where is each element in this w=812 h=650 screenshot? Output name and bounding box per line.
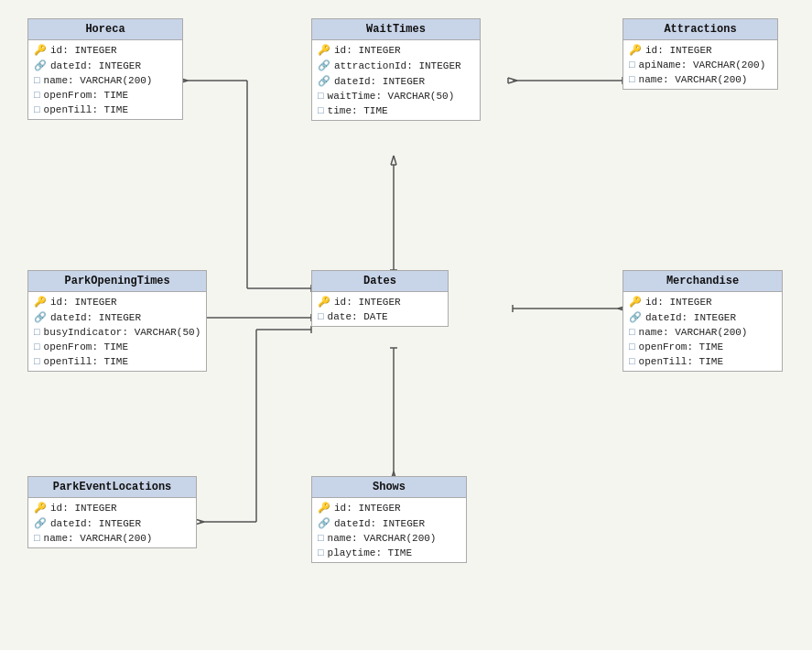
field-pot-id-text: id: INTEGER [50, 297, 117, 308]
field-pel-name: □ name: VARCHAR(200) [28, 531, 196, 546]
table-dates-body: 🔑 id: INTEGER □ date: DATE [312, 292, 448, 326]
field-pot-opentill-text: openTill: TIME [44, 356, 128, 367]
field-pot-dateid-text: dateId: INTEGER [50, 312, 141, 323]
field-merch-opentill-text: openTill: TIME [639, 356, 723, 367]
table-shows-header: Shows [312, 477, 466, 498]
table-waittimes-header: WaitTimes [312, 19, 480, 40]
key-icon: 🔑 [318, 44, 330, 56]
field-merch-openfrom-text: openFrom: TIME [639, 341, 723, 352]
col-icon: □ [34, 356, 40, 367]
table-attractions: Attractions 🔑 id: INTEGER □ apiName: VAR… [623, 18, 778, 90]
field-wt-id-text: id: INTEGER [334, 45, 401, 56]
field-pel-dateid: 🔗 dateId: INTEGER [28, 515, 196, 531]
col-icon: □ [318, 547, 324, 558]
field-horeca-dateid: 🔗 dateId: INTEGER [28, 58, 182, 73]
fk-icon: 🔗 [34, 517, 47, 529]
field-horeca-opentill: □ openTill: TIME [28, 103, 182, 117]
field-dates-id: 🔑 id: INTEGER [312, 294, 448, 309]
svg-line-13 [508, 78, 517, 81]
field-horeca-id-text: id: INTEGER [50, 45, 117, 56]
field-horeca-id: 🔑 id: INTEGER [28, 42, 182, 58]
key-icon: 🔑 [629, 44, 642, 56]
col-icon: □ [34, 327, 40, 338]
field-wt-time: □ time: TIME [312, 103, 480, 118]
key-icon: 🔑 [318, 502, 330, 514]
diagram-canvas: Horeca 🔑 id: INTEGER 🔗 dateId: INTEGER □… [0, 0, 812, 650]
col-icon: □ [318, 105, 324, 116]
field-wt-attractionid: 🔗 attractionId: INTEGER [312, 58, 480, 73]
fk-icon: 🔗 [629, 311, 642, 323]
field-horeca-dateid-text: dateId: INTEGER [50, 60, 141, 71]
field-pel-name-text: name: VARCHAR(200) [44, 533, 153, 544]
col-icon: □ [629, 341, 635, 352]
field-merch-name-text: name: VARCHAR(200) [639, 327, 748, 338]
table-shows: Shows 🔑 id: INTEGER 🔗 dateId: INTEGER □ … [311, 476, 467, 563]
field-wt-time-text: time: TIME [328, 105, 388, 116]
table-horeca-body: 🔑 id: INTEGER 🔗 dateId: INTEGER □ name: … [28, 40, 182, 119]
field-horeca-name: □ name: VARCHAR(200) [28, 73, 182, 88]
table-shows-body: 🔑 id: INTEGER 🔗 dateId: INTEGER □ name: … [312, 498, 466, 562]
field-merch-id: 🔑 id: INTEGER [623, 294, 782, 309]
table-merch-body: 🔑 id: INTEGER 🔗 dateId: INTEGER □ name: … [623, 292, 782, 371]
col-icon: □ [34, 90, 40, 101]
field-shows-dateid: 🔗 dateId: INTEGER [312, 515, 466, 531]
table-pot-header: ParkOpeningTimes [28, 271, 206, 292]
key-icon: 🔑 [629, 296, 642, 308]
table-waittimes: WaitTimes 🔑 id: INTEGER 🔗 attractionId: … [311, 18, 481, 121]
field-dates-id-text: id: INTEGER [334, 297, 401, 308]
field-dates-date: □ date: DATE [312, 309, 448, 324]
col-icon: □ [629, 356, 635, 367]
table-waittimes-body: 🔑 id: INTEGER 🔗 attractionId: INTEGER 🔗 … [312, 40, 480, 120]
table-attractions-header: Attractions [623, 19, 777, 40]
fk-icon: 🔗 [318, 75, 330, 87]
field-shows-name: □ name: VARCHAR(200) [312, 531, 466, 546]
fk-icon: 🔗 [318, 517, 330, 529]
key-icon: 🔑 [34, 44, 47, 56]
table-attractions-body: 🔑 id: INTEGER □ apiName: VARCHAR(200) □ … [623, 40, 777, 89]
field-shows-id-text: id: INTEGER [334, 503, 401, 514]
fk-icon: 🔗 [318, 60, 330, 71]
field-shows-playtime-text: playtime: TIME [328, 547, 412, 558]
col-icon: □ [318, 533, 324, 544]
col-icon: □ [34, 104, 40, 115]
col-icon: □ [34, 341, 40, 352]
table-pel-body: 🔑 id: INTEGER 🔗 dateId: INTEGER □ name: … [28, 498, 196, 547]
field-wt-waittime-text: waitTime: VARCHAR(50) [328, 91, 455, 102]
field-pot-openfrom-text: openFrom: TIME [44, 341, 128, 352]
field-attr-id-text: id: INTEGER [645, 45, 712, 56]
field-attr-apiname: □ apiName: VARCHAR(200) [623, 58, 777, 72]
field-pot-busyindicator: □ busyIndicator: VARCHAR(50) [28, 325, 206, 340]
field-dates-date-text: date: DATE [328, 311, 388, 322]
field-merch-id-text: id: INTEGER [645, 297, 712, 308]
table-dates-header: Dates [312, 271, 448, 292]
col-icon: □ [629, 327, 635, 338]
field-attr-id: 🔑 id: INTEGER [623, 42, 777, 58]
svg-line-14 [508, 81, 517, 83]
field-wt-dateid-text: dateId: INTEGER [334, 76, 425, 87]
table-merchandise: Merchandise 🔑 id: INTEGER 🔗 dateId: INTE… [623, 270, 783, 372]
col-icon: □ [318, 91, 324, 102]
fk-icon: 🔗 [34, 60, 47, 71]
field-wt-id: 🔑 id: INTEGER [312, 42, 480, 58]
col-icon: □ [318, 311, 324, 322]
field-merch-opentill: □ openTill: TIME [623, 354, 782, 369]
field-horeca-openfrom-text: openFrom: TIME [44, 90, 128, 101]
table-merch-header: Merchandise [623, 271, 782, 292]
field-horeca-openfrom: □ openFrom: TIME [28, 88, 182, 103]
field-pel-id: 🔑 id: INTEGER [28, 500, 196, 515]
field-pel-id-text: id: INTEGER [50, 503, 117, 514]
svg-line-9 [394, 156, 396, 165]
field-merch-dateid: 🔗 dateId: INTEGER [623, 309, 782, 325]
svg-line-8 [391, 156, 394, 165]
field-merch-openfrom: □ openFrom: TIME [623, 340, 782, 354]
field-wt-waittime: □ waitTime: VARCHAR(50) [312, 89, 480, 103]
table-horeca-header: Horeca [28, 19, 182, 40]
table-horeca: Horeca 🔑 id: INTEGER 🔗 dateId: INTEGER □… [27, 18, 183, 120]
field-merch-dateid-text: dateId: INTEGER [645, 312, 736, 323]
field-shows-dateid-text: dateId: INTEGER [334, 518, 425, 529]
col-icon: □ [629, 74, 635, 85]
field-pot-id: 🔑 id: INTEGER [28, 294, 206, 309]
field-wt-attractionid-text: attractionId: INTEGER [334, 60, 461, 71]
field-attr-name: □ name: VARCHAR(200) [623, 72, 777, 87]
table-dates: Dates 🔑 id: INTEGER □ date: DATE [311, 270, 449, 327]
